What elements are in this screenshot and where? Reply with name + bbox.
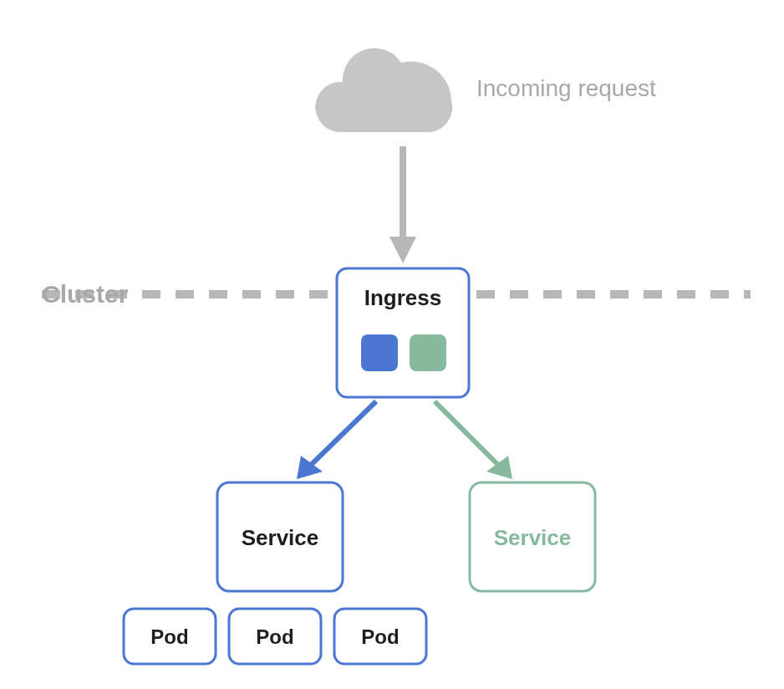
arrow-cloud-to-ingress <box>389 146 416 263</box>
cloud-icon <box>315 48 452 132</box>
service-blue-box: Service <box>217 482 343 591</box>
service-green-label: Service <box>494 525 572 550</box>
service-green-box: Service <box>470 482 595 591</box>
cluster-label: Cluster <box>42 280 129 308</box>
ingress-box: Ingress <box>337 268 469 397</box>
pod-2-box: Pod <box>229 609 321 664</box>
incoming-request-label: Incoming request <box>476 75 656 101</box>
svg-marker-1 <box>389 237 416 263</box>
pod-2-label: Pod <box>256 625 293 648</box>
pod-3-label: Pod <box>361 625 399 648</box>
ingress-route-blue-icon <box>361 334 398 371</box>
pod-1-box: Pod <box>124 609 216 664</box>
kubernetes-ingress-diagram: Incoming request Cluster Ingress Service… <box>0 0 784 689</box>
arrow-ingress-to-blue-service <box>297 401 376 479</box>
ingress-route-green-icon <box>410 334 446 371</box>
ingress-label: Ingress <box>364 285 442 310</box>
service-blue-label: Service <box>242 525 319 550</box>
pod-1-label: Pod <box>150 625 188 648</box>
pod-3-box: Pod <box>334 609 426 664</box>
arrow-ingress-to-green-service <box>435 401 512 479</box>
svg-line-5 <box>435 401 499 466</box>
svg-line-3 <box>310 401 376 466</box>
